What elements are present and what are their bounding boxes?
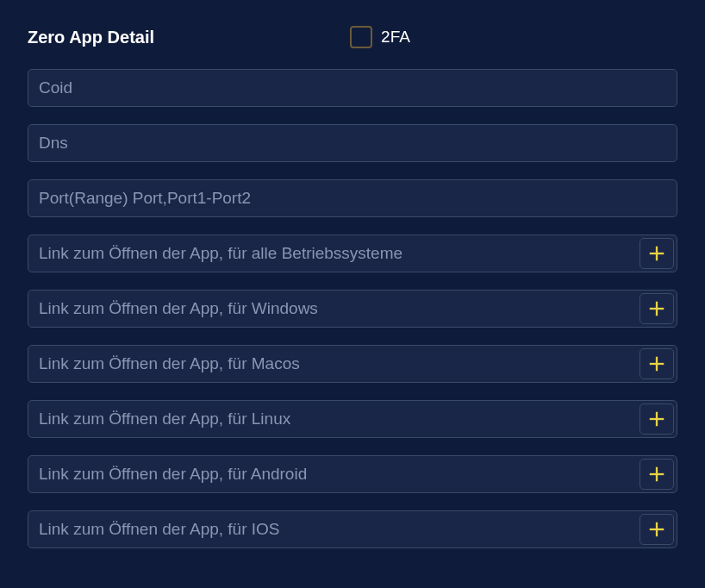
link-macos-field — [28, 345, 677, 383]
page-title: Zero App Detail — [28, 28, 154, 47]
link-android-input[interactable] — [28, 455, 677, 493]
link-ios-field — [28, 510, 677, 548]
link-all-input[interactable] — [28, 235, 677, 272]
dns-input[interactable] — [28, 124, 677, 162]
twofa-label: 2FA — [381, 28, 410, 47]
plus-icon — [647, 520, 666, 539]
add-link-all-button[interactable] — [639, 238, 674, 269]
add-link-windows-button[interactable] — [639, 293, 674, 324]
plus-icon — [647, 299, 666, 318]
link-linux-input[interactable] — [28, 400, 677, 438]
plus-icon — [647, 465, 666, 484]
link-ios-input[interactable] — [28, 510, 677, 548]
twofa-checkbox[interactable] — [350, 26, 372, 48]
add-link-android-button[interactable] — [639, 459, 674, 490]
link-all-field — [28, 235, 677, 272]
add-link-macos-button[interactable] — [639, 348, 674, 379]
port-input[interactable] — [28, 179, 677, 217]
link-macos-input[interactable] — [28, 345, 677, 383]
plus-icon — [647, 244, 666, 263]
twofa-checkbox-group: 2FA — [350, 26, 410, 48]
header-row: Zero App Detail 2FA — [28, 26, 677, 48]
plus-icon — [647, 354, 666, 373]
dns-field — [28, 124, 677, 162]
link-linux-field — [28, 400, 677, 438]
coid-input[interactable] — [28, 69, 677, 107]
coid-field — [28, 69, 677, 107]
port-field — [28, 179, 677, 217]
add-link-linux-button[interactable] — [639, 403, 674, 435]
add-link-ios-button[interactable] — [639, 514, 674, 545]
link-android-field — [28, 455, 677, 493]
plus-icon — [647, 410, 666, 428]
link-windows-input[interactable] — [28, 290, 677, 328]
link-windows-field — [28, 290, 677, 328]
